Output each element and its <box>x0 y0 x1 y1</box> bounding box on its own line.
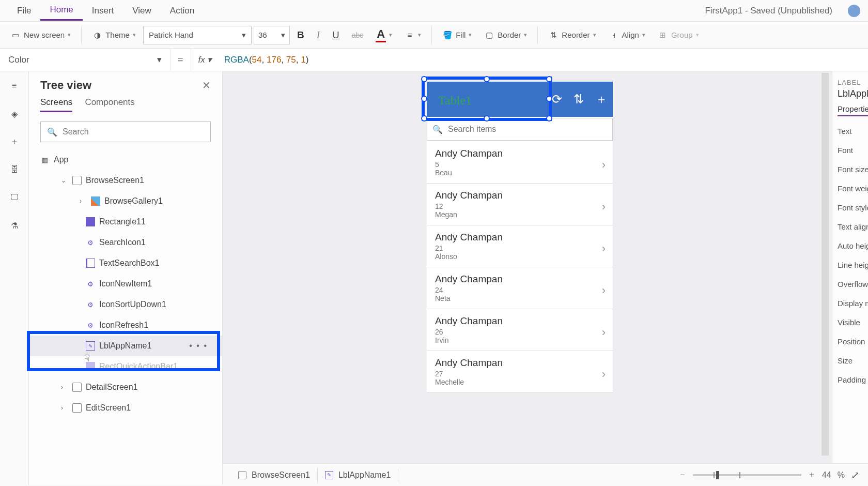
property-dropdown[interactable]: Color ▾ <box>0 49 171 71</box>
list-item[interactable]: Andy Champan 24 Neta › <box>427 267 613 309</box>
menu-action[interactable]: Action <box>161 2 204 20</box>
tree-view-icon[interactable]: ◈ <box>8 108 21 120</box>
tree-item-iconsortupdown[interactable]: ⚙ IconSortUpDown1 <box>29 294 222 315</box>
property-row[interactable]: Display m <box>838 299 863 308</box>
tree-item-iconnewitem[interactable]: ⚙ IconNewItem1 <box>29 274 222 294</box>
reorder-button[interactable]: ⇅ Reorder ▾ <box>543 27 601 43</box>
search-items-input[interactable] <box>448 125 607 134</box>
tree-item-textsearchbox[interactable]: TextSearchBox1 <box>29 253 222 274</box>
add-icon[interactable]: ＋ <box>595 91 608 108</box>
list-item[interactable]: Andy Champan 26 Irvin › <box>427 309 613 351</box>
sort-icon[interactable]: ⇅ <box>574 92 584 107</box>
tab-properties[interactable]: Propertie <box>838 104 868 116</box>
formula-input[interactable]: RGBA(54, 176, 75, 1) <box>219 54 309 65</box>
tree-search[interactable]: 🔍 <box>40 122 211 142</box>
border-button[interactable]: ▢ Border ▾ <box>479 27 532 43</box>
tree-item-iconrefresh[interactable]: ⚙ IconRefresh1 <box>29 315 222 336</box>
property-row[interactable]: Font <box>838 146 863 155</box>
property-row[interactable]: Line heigh <box>838 261 863 269</box>
tree-item-rectangle[interactable]: Rectangle11 <box>29 211 222 232</box>
property-row[interactable]: Auto heig <box>838 241 863 250</box>
resize-handle[interactable] <box>546 76 552 82</box>
chevron-right-icon[interactable]: › <box>602 368 606 381</box>
tree-search-input[interactable] <box>63 127 204 136</box>
advanced-icon[interactable]: ⚗ <box>8 219 21 232</box>
property-row[interactable]: Font weig <box>838 184 863 193</box>
property-row[interactable]: Font size <box>838 165 863 174</box>
refresh-icon[interactable]: ⟳ <box>552 92 562 107</box>
property-row[interactable]: Text <box>838 127 863 135</box>
tree-item-searchicon[interactable]: ⚙ SearchIcon1 <box>29 232 222 253</box>
list-item[interactable]: Andy Champan 27 Mechelle › <box>427 351 613 393</box>
tab-screens[interactable]: Screens <box>40 97 72 112</box>
list-item[interactable]: Andy Champan 21 Alonso › <box>427 225 613 267</box>
fit-screen-icon[interactable]: ⤢ <box>851 469 860 481</box>
zoom-out-button[interactable]: － <box>678 469 687 480</box>
list-item[interactable]: Andy Champan 12 Megan › <box>427 184 613 225</box>
data-icon[interactable]: 🗄 <box>8 163 21 176</box>
property-row[interactable]: Font style <box>838 203 863 212</box>
property-row[interactable]: Overflow <box>838 280 863 288</box>
breadcrumb-control[interactable]: LblAppName1 <box>318 468 398 482</box>
property-row[interactable]: Text align <box>838 222 863 231</box>
search-row[interactable]: 🔍 <box>427 118 613 141</box>
resize-handle[interactable] <box>546 115 552 122</box>
zoom-slider[interactable] <box>693 474 801 476</box>
theme-button[interactable]: ◑ Theme ▾ <box>87 27 141 43</box>
chevron-right-icon[interactable]: › <box>61 404 68 412</box>
new-screen-button[interactable]: ▭ New screen ▾ <box>5 27 76 43</box>
resize-handle[interactable] <box>421 96 427 102</box>
chevron-right-icon[interactable]: › <box>602 200 606 214</box>
font-select[interactable]: Patrick Hand ▾ <box>143 26 252 44</box>
text-align-button[interactable]: ≡ ▾ <box>399 27 426 43</box>
property-row[interactable]: Padding <box>838 375 863 384</box>
zoom-in-button[interactable]: ＋ <box>808 469 816 480</box>
more-icon[interactable]: • • • <box>189 341 208 351</box>
chevron-right-icon[interactable]: › <box>602 284 606 297</box>
user-avatar-icon[interactable] <box>848 5 860 17</box>
tree-item-lblappname[interactable]: LblAppName1 • • • <box>29 336 222 356</box>
group-button[interactable]: ⊞ Group ▾ <box>653 27 704 43</box>
tree-item-editscreen[interactable]: › EditScreen1 <box>29 398 222 418</box>
tree-item-rectquickactionbar[interactable]: RectQuickActionBar1 <box>29 356 222 377</box>
tab-components[interactable]: Components <box>85 97 134 112</box>
media-icon[interactable]: 🖵 <box>8 191 21 204</box>
property-row[interactable]: Position <box>838 337 863 346</box>
zoom-handle[interactable] <box>716 471 719 479</box>
chevron-down-icon[interactable]: ⌄ <box>61 177 68 184</box>
chevron-right-icon[interactable]: › <box>80 198 87 205</box>
close-icon[interactable]: ✕ <box>202 79 211 92</box>
tree-item-browsescreen[interactable]: ⌄ BrowseScreen1 <box>29 170 222 191</box>
insert-icon[interactable]: ＋ <box>8 135 21 148</box>
list-item[interactable]: Andy Champan 5 Beau › <box>427 142 613 184</box>
resize-handle[interactable] <box>546 96 552 102</box>
canvas-scrollbar[interactable] <box>822 73 829 455</box>
chevron-right-icon[interactable]: › <box>602 158 606 172</box>
breadcrumb-screen[interactable]: BrowseScreen1 <box>231 468 318 482</box>
resize-handle[interactable] <box>484 76 490 82</box>
italic-button[interactable]: I <box>312 29 325 41</box>
chevron-right-icon[interactable]: › <box>602 242 606 255</box>
menu-view[interactable]: View <box>123 2 161 20</box>
font-size-select[interactable]: 36 ▾ <box>254 26 290 44</box>
fill-button[interactable]: 🪣 Fill ▾ <box>437 27 477 43</box>
underline-button[interactable]: U <box>327 29 345 41</box>
chevron-right-icon[interactable]: › <box>61 384 68 391</box>
fx-button[interactable]: fx ▾ <box>191 49 219 71</box>
resize-handle[interactable] <box>484 115 490 122</box>
font-color-button[interactable]: A ▾ <box>370 24 397 45</box>
menu-file[interactable]: File <box>8 2 40 20</box>
align-button[interactable]: ⫞ Align ▾ <box>603 27 650 43</box>
menu-home[interactable]: Home <box>40 1 82 21</box>
tree-item-detailscreen[interactable]: › DetailScreen1 <box>29 377 222 398</box>
strikethrough-button[interactable]: abc <box>347 31 369 39</box>
property-row[interactable]: Visible <box>838 318 863 327</box>
bold-button[interactable]: B <box>292 29 309 41</box>
property-row[interactable]: Size <box>838 356 863 365</box>
chevron-right-icon[interactable]: › <box>602 326 606 339</box>
hamburger-icon[interactable]: ≡ <box>8 80 21 92</box>
resize-handle[interactable] <box>421 115 427 122</box>
tree-item-browsegallery[interactable]: › BrowseGallery1 <box>29 191 222 211</box>
phone-preview[interactable]: Table1 ⟳ ⇅ ＋ 🔍 Andy Champan 5 Beau <box>427 82 613 393</box>
menu-insert[interactable]: Insert <box>83 2 123 20</box>
